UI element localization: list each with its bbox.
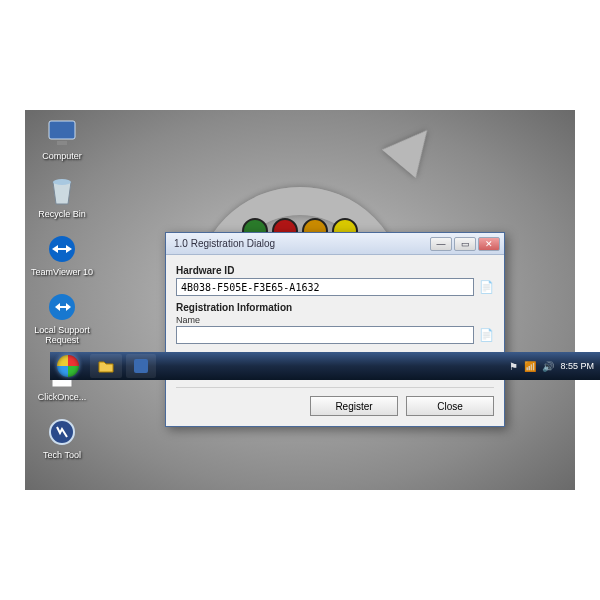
wallpaper-logo-arrow: [382, 116, 444, 178]
tray-clock[interactable]: 8:55 PM: [560, 361, 594, 371]
app-icon: [134, 359, 148, 373]
desktop-area: V O Computer Recycle Bin TeamViewer 10: [25, 110, 575, 490]
svg-rect-1: [57, 141, 67, 145]
maximize-button[interactable]: ▭: [454, 237, 476, 251]
minimize-button[interactable]: —: [430, 237, 452, 251]
folder-icon: [98, 359, 114, 373]
register-button[interactable]: Register: [310, 396, 398, 416]
desktop-icon-label: Recycle Bin: [38, 210, 86, 220]
taskbar: ⚑ 📶 🔊 8:55 PM: [50, 352, 600, 380]
svg-point-5: [50, 420, 74, 444]
desktop-icon-label: ClickOnce...: [38, 393, 87, 403]
registration-dialog: 1.0 Registration Dialog — ▭ ✕ Hardware I…: [165, 232, 505, 427]
taskbar-item-explorer[interactable]: [90, 354, 122, 378]
support-icon: [45, 290, 79, 324]
computer-icon: [45, 116, 79, 150]
svg-rect-6: [134, 359, 148, 373]
techtool-icon: [45, 415, 79, 449]
desktop-icon-computer[interactable]: Computer: [31, 116, 93, 162]
desktop-icon-teamviewer[interactable]: TeamViewer 10: [31, 232, 93, 278]
name-label: Name: [176, 315, 494, 325]
close-window-button[interactable]: ✕: [478, 237, 500, 251]
window-buttons: — ▭ ✕: [430, 237, 500, 251]
svg-point-2: [53, 179, 71, 185]
copy-hardware-id-icon[interactable]: 📄: [478, 279, 494, 295]
desktop-icon-label: Tech Tool: [43, 451, 81, 461]
system-tray: ⚑ 📶 🔊 8:55 PM: [503, 361, 600, 372]
svg-rect-0: [49, 121, 75, 139]
name-input[interactable]: [176, 326, 474, 344]
close-button[interactable]: Close: [406, 396, 494, 416]
registration-info-label: Registration Information: [176, 302, 494, 313]
hardware-id-label: Hardware ID: [176, 265, 494, 276]
desktop-icon-label: TeamViewer 10: [31, 268, 93, 278]
desktop-icon-recycle-bin[interactable]: Recycle Bin: [31, 174, 93, 220]
dialog-titlebar[interactable]: 1.0 Registration Dialog — ▭ ✕: [166, 233, 504, 255]
dialog-body: Hardware ID 📄 Registration Information N…: [166, 255, 504, 426]
recycle-bin-icon: [45, 174, 79, 208]
dialog-button-row: Register Close: [176, 387, 494, 416]
desktop-icon-column: Computer Recycle Bin TeamViewer 10 Local…: [31, 116, 93, 461]
tray-flag-icon[interactable]: ⚑: [509, 361, 518, 372]
tray-volume-icon[interactable]: 🔊: [542, 361, 554, 372]
desktop-icon-support[interactable]: Local Support Request: [31, 290, 93, 346]
tray-network-icon[interactable]: 📶: [524, 361, 536, 372]
desktop-icon-label: Local Support Request: [31, 326, 93, 346]
desktop-icon-label: Computer: [42, 152, 82, 162]
desktop-icon-techtool[interactable]: Tech Tool: [31, 415, 93, 461]
taskbar-item-app[interactable]: [126, 354, 156, 378]
teamviewer-icon: [45, 232, 79, 266]
dialog-title: 1.0 Registration Dialog: [174, 238, 275, 249]
paste-name-icon[interactable]: 📄: [478, 327, 494, 343]
start-button[interactable]: [50, 352, 86, 380]
hardware-id-input[interactable]: [176, 278, 474, 296]
windows-orb-icon: [57, 355, 79, 377]
